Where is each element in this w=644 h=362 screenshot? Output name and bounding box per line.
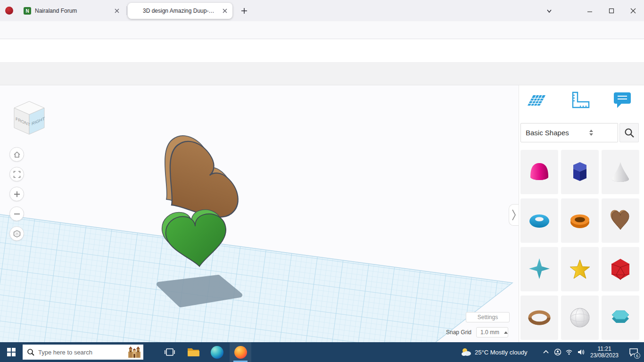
browser-tab-strip: N Nairaland Forum 3D design Amazing Duup… [0,0,644,21]
volume-icon[interactable] [577,348,585,356]
workplane[interactable] [0,214,512,342]
snap-grid-select[interactable]: 1.0 mm [476,327,508,337]
weather-icon [461,347,471,357]
shape-tile-paraboloid[interactable] [520,150,558,194]
taskbar-search[interactable] [23,345,143,360]
search-input[interactable] [38,349,127,356]
show-hidden-icons-chevron[interactable] [542,348,550,356]
snap-grid-value: 1.0 mm [480,329,499,336]
shapes-panel: Basic Shapes [519,85,644,342]
firefox-icon [234,346,247,359]
scene-3d[interactable] [0,85,519,342]
workplane-tool-icon[interactable] [525,89,548,112]
tab-title: 3D design Amazing Duup-Fulff [143,8,217,14]
ruler-tool-icon[interactable] [568,89,592,112]
shape-tile-tube[interactable] [561,198,599,243]
shape-tile-star[interactable] [561,247,599,291]
settings-button[interactable]: Settings [466,312,510,322]
shape-tile-polygon[interactable] [561,150,599,194]
list-all-tabs-icon[interactable] [543,5,555,16]
tab-close-icon[interactable] [221,7,229,15]
file-explorer-button[interactable] [182,342,204,362]
shape-category-value: Basic Shapes [526,129,570,137]
firefox-profile-icon[interactable] [5,7,13,15]
panel-collapse-handle[interactable] [509,204,519,226]
select-stepper-icon [570,130,613,136]
shape-tile-icosahedron[interactable] [602,247,639,291]
zoom-out-button[interactable] [9,206,24,221]
taskbar-clock[interactable]: 11:21 23/08/2023 [588,346,620,359]
shape-tile-ring[interactable] [520,296,558,340]
shape-tile-sphere[interactable] [561,296,599,340]
fit-view-button[interactable] [9,167,24,181]
home-view-button[interactable] [9,147,24,162]
shape-tile-heart[interactable] [602,198,639,243]
window-minimize-button[interactable] [579,0,601,21]
perspective-toggle-button[interactable] [9,226,24,241]
start-button[interactable] [0,342,23,362]
tab-title: Nairaland Forum [35,8,109,14]
view-cube[interactable]: FRONT RIGHT [8,97,51,139]
shape-tile-four-point-star[interactable] [520,247,558,291]
tab-nairaland[interactable]: N Nairaland Forum [20,3,124,18]
shape-search-button[interactable] [619,123,639,142]
tab-separator [126,6,127,15]
search-icon [27,348,34,356]
taskbar-weather[interactable]: 25°C Mostly cloudy [461,342,527,362]
tray-people-icon[interactable] [554,348,561,356]
shape-category-select[interactable]: Basic Shapes [520,123,618,142]
clock-time: 11:21 [588,346,620,352]
action-center-button[interactable]: 6 [623,342,644,362]
nairaland-favicon: N [24,7,31,15]
desktop: N Nairaland Forum 3D design Amazing Duup… [0,0,644,362]
snap-grid-caret-icon [504,331,508,334]
new-tab-button[interactable] [239,5,250,16]
shape-tile-torus[interactable] [520,198,558,243]
snap-grid-label: Snap Grid [446,329,471,336]
tab-tinkercad-active[interactable]: 3D design Amazing Duup-Fulff [128,3,232,19]
favicon-letter: N [25,8,29,14]
window-close-button[interactable] [622,0,644,21]
firefox-button[interactable] [230,342,251,362]
browser-toolbar: https://www.tinkercad.com/things/3thssje… [0,21,644,39]
network-icon[interactable] [565,348,573,356]
search-highlight-castle-icon[interactable] [127,346,141,358]
tab-close-icon[interactable] [113,7,121,15]
editor-toolbar: Import Export Send To [0,63,644,85]
shape-tile-cone[interactable] [602,150,639,194]
notes-tool-icon[interactable] [611,89,634,112]
task-view-button[interactable] [159,342,181,362]
edge-button[interactable] [206,342,228,362]
tinkercad-header: TIN KER CAD Amazing Duup-Fulffy [0,39,644,63]
windows-logo-icon [7,348,16,356]
clock-date: 23/08/2023 [588,352,620,359]
windows-taskbar: 25°C Mostly cloudy 11:21 23/08/2023 6 [0,342,644,362]
window-maximize-button[interactable] [601,0,622,21]
tinkercad-favicon [132,7,139,15]
weather-text: 25°C Mostly cloudy [475,349,527,356]
zoom-in-button[interactable] [9,187,24,201]
notification-badge: 6 [634,353,640,359]
shape-tile-hexagonal-prism[interactable] [602,296,639,340]
edge-icon [211,346,223,359]
